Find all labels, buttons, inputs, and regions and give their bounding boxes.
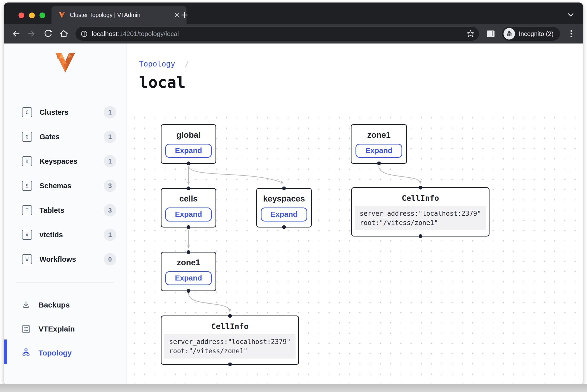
cellinfo-code: server_address:"localhost:2379" root:"/v… [355,206,486,230]
address-bar[interactable]: localhost:14201/topology/local [76,27,479,41]
topology-node-global: global Expand [161,124,216,164]
code-line: server_address:"localhost:2379" [360,209,481,218]
desktop-background [0,384,587,392]
sidebar-item-gates[interactable]: G Gates 1 [4,124,126,149]
node-title: global [176,130,200,140]
topology-node-cells: cells Expand [161,188,216,228]
sidebar-item-label: Schemas [40,182,96,190]
sidebar-item-backups[interactable]: Backups [4,293,126,317]
breadcrumb: Topology / [139,60,583,68]
vitess-favicon-icon [58,12,65,18]
topology-node-zone1-left: zone1 Expand [161,252,216,291]
sidebar-item-topology[interactable]: Topology [4,341,126,365]
connection-port [187,225,190,229]
node-title: CellInfo [402,194,439,202]
zoom-window-button[interactable] [40,12,45,18]
count-badge: 1 [104,130,116,143]
sidebar-item-label: Backups [38,301,70,309]
node-title: zone1 [177,258,200,267]
close-window-button[interactable] [18,12,24,18]
connection-port [228,362,232,366]
sidebar-item-label: Workflows [40,255,96,264]
sidebar-secondary-nav: Backups VTExplain [4,293,126,365]
code-line: root:"/vitess/zone1" [169,346,290,356]
count-badge: 3 [104,180,116,192]
minimize-window-button[interactable] [29,12,35,18]
expand-button[interactable]: Expand [356,144,402,158]
count-badge: 1 [104,155,116,168]
browser-tab[interactable]: Cluster Topology | VTAdmin [52,6,186,24]
sidebar-divider [16,282,114,283]
site-info-icon[interactable] [80,30,88,38]
count-badge: 3 [104,204,116,216]
code-line: root:"/vitess/zone1" [360,218,481,228]
profile-badge[interactable]: Incognito (2) [502,27,560,41]
browser-window: Cluster Topology | VTAdmin [4,2,583,385]
expand-button[interactable]: Expand [165,208,212,222]
page-header: Topology / local [126,44,583,92]
tab-title: Cluster Topology | VTAdmin [70,12,170,18]
topology-canvas[interactable]: global Expand zone1 Expand cells Expand [126,110,583,385]
window-controls [18,12,45,18]
expand-button[interactable]: Expand [261,208,307,222]
topology-node-cellinfo-right: CellInfo server_address:"localhost:2379"… [351,187,490,236]
connection-port [282,225,286,229]
connection-port [377,162,381,165]
vtctlds-icon: V [22,230,32,240]
tab-search-chevron-icon[interactable] [568,13,574,17]
connection-port [418,234,422,238]
connection-port [282,186,286,190]
sidebar-item-label: Clusters [40,108,96,116]
breadcrumb-topology-link[interactable]: Topology [139,60,175,68]
sidebar-item-vtctlds[interactable]: V vtctlds 1 [4,222,126,247]
sidebar-item-clusters[interactable]: C Clusters 1 [4,100,126,124]
cellinfo-code: server_address:"localhost:2379" root:"/v… [164,334,296,359]
app-content: C Clusters 1 G Gates 1 K Keyspaces 1 S S… [4,44,583,385]
sidebar-item-label: Keyspaces [40,157,96,166]
connection-port [187,186,190,190]
new-tab-button[interactable] [180,11,188,19]
tab-close-icon[interactable] [174,12,180,18]
url-text[interactable]: localhost:14201/topology/local [92,30,462,38]
keyspaces-icon: K [22,156,32,166]
sidebar-item-label: VTExplain [38,325,75,333]
browser-toolbar: localhost:14201/topology/local [4,24,583,44]
count-badge: 1 [104,228,116,241]
sidebar-item-vtexplain[interactable]: VTExplain [4,317,126,341]
sidebar-item-tablets[interactable]: T Tablets 3 [4,198,126,222]
topology-node-cellinfo-bottom: CellInfo server_address:"localhost:2379"… [161,316,299,365]
url-host: localhost [92,30,118,38]
vitess-logo [54,53,76,74]
connection-port [187,289,190,293]
page-title: local [139,73,583,92]
forward-button[interactable] [25,27,38,40]
incognito-label: Incognito (2) [519,30,554,38]
home-button[interactable] [57,27,70,40]
active-nav-indicator [4,340,7,364]
count-badge: 0 [104,253,116,266]
sidebar-item-label: Tablets [40,206,96,214]
topology-node-keyspaces: keyspaces Expand [256,188,312,228]
sidebar-item-keyspaces[interactable]: K Keyspaces 1 [4,149,126,174]
browser-menu-button[interactable] [564,27,578,40]
connection-port [187,250,190,254]
sidebar-item-workflows[interactable]: W Workflows 0 [4,247,126,272]
node-title: cells [179,194,198,204]
bookmark-star-icon[interactable] [466,30,474,38]
clusters-icon: C [22,107,32,117]
topology-icon [20,348,32,358]
main-panel: Topology / local [126,44,583,385]
sidebar-item-schemas[interactable]: S Schemas 3 [4,174,126,198]
side-panel-button[interactable] [484,27,498,40]
document-check-icon [20,324,32,334]
tab-strip: Cluster Topology | VTAdmin [4,2,583,24]
tablets-icon: T [22,205,32,215]
expand-button[interactable]: Expand [165,271,212,285]
workflows-icon: W [22,254,32,264]
reload-button[interactable] [41,27,54,40]
expand-button[interactable]: Expand [165,144,212,158]
sidebar-nav: C Clusters 1 G Gates 1 K Keyspaces 1 S S… [4,100,126,272]
back-button[interactable] [9,27,22,40]
sidebar-item-label: vtctlds [40,231,96,239]
schemas-icon: S [22,181,32,191]
